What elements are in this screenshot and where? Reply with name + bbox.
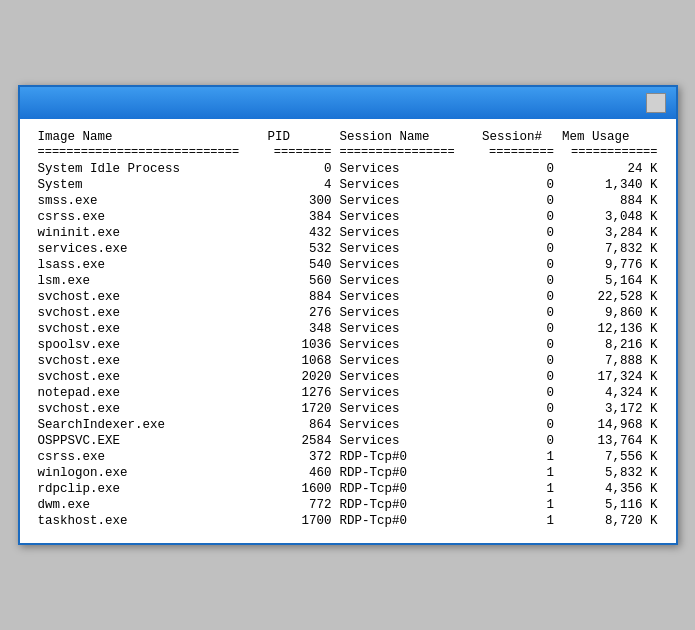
session-num: 0: [478, 321, 558, 337]
session-name: Services: [335, 321, 478, 337]
mem-usage: 5,832 K: [558, 465, 662, 481]
sep-pid: ========: [263, 145, 335, 161]
mem-usage: 9,776 K: [558, 257, 662, 273]
table-row: dwm.exe772RDP-Tcp#015,116 K: [34, 497, 662, 513]
pid: 772: [263, 497, 335, 513]
session-num: 1: [478, 465, 558, 481]
sep-session: ================: [335, 145, 478, 161]
table-row: svchost.exe2020Services017,324 K: [34, 369, 662, 385]
image-name: spoolsv.exe: [34, 337, 264, 353]
session-name: Services: [335, 289, 478, 305]
session-name: Services: [335, 225, 478, 241]
process-table: Image Name PID Session Name Session# Mem…: [34, 129, 662, 529]
session-num: 1: [478, 497, 558, 513]
mem-usage: 7,888 K: [558, 353, 662, 369]
mem-usage: 13,764 K: [558, 433, 662, 449]
session-name: Services: [335, 305, 478, 321]
image-name: OSPPSVC.EXE: [34, 433, 264, 449]
session-name: Services: [335, 193, 478, 209]
pid: 276: [263, 305, 335, 321]
col-header-mem: Mem Usage: [558, 129, 662, 145]
session-num: 0: [478, 353, 558, 369]
mem-usage: 9,860 K: [558, 305, 662, 321]
close-button[interactable]: [646, 93, 666, 113]
pid: 0: [263, 161, 335, 177]
table-row: svchost.exe276Services09,860 K: [34, 305, 662, 321]
mem-usage: 884 K: [558, 193, 662, 209]
pid: 1276: [263, 385, 335, 401]
mem-usage: 7,832 K: [558, 241, 662, 257]
table-row: System4Services01,340 K: [34, 177, 662, 193]
image-name: svchost.exe: [34, 289, 264, 305]
table-row: notepad.exe1276Services04,324 K: [34, 385, 662, 401]
session-name: Services: [335, 385, 478, 401]
image-name: rdpclip.exe: [34, 481, 264, 497]
table-row: svchost.exe348Services012,136 K: [34, 321, 662, 337]
mem-usage: 5,164 K: [558, 273, 662, 289]
table-header-row: Image Name PID Session Name Session# Mem…: [34, 129, 662, 145]
session-name: Services: [335, 337, 478, 353]
pid: 460: [263, 465, 335, 481]
session-num: 0: [478, 177, 558, 193]
table-row: csrss.exe372RDP-Tcp#017,556 K: [34, 449, 662, 465]
image-name: svchost.exe: [34, 353, 264, 369]
session-name: Services: [335, 369, 478, 385]
session-num: 0: [478, 337, 558, 353]
session-name: Services: [335, 273, 478, 289]
sep-sesnum: =========: [478, 145, 558, 161]
session-num: 0: [478, 273, 558, 289]
mem-usage: 17,324 K: [558, 369, 662, 385]
mem-usage: 4,324 K: [558, 385, 662, 401]
table-separator-row: ============================ ======== ==…: [34, 145, 662, 161]
pid: 540: [263, 257, 335, 273]
session-num: 1: [478, 513, 558, 529]
image-name: csrss.exe: [34, 449, 264, 465]
table-row: winlogon.exe460RDP-Tcp#015,832 K: [34, 465, 662, 481]
image-name: System Idle Process: [34, 161, 264, 177]
mem-usage: 22,528 K: [558, 289, 662, 305]
mem-usage: 3,172 K: [558, 401, 662, 417]
session-num: 0: [478, 209, 558, 225]
table-row: rdpclip.exe1600RDP-Tcp#014,356 K: [34, 481, 662, 497]
mem-usage: 5,116 K: [558, 497, 662, 513]
session-num: 0: [478, 433, 558, 449]
session-name: RDP-Tcp#0: [335, 497, 478, 513]
session-num: 0: [478, 305, 558, 321]
table-row: csrss.exe384Services03,048 K: [34, 209, 662, 225]
table-row: OSPPSVC.EXE2584Services013,764 K: [34, 433, 662, 449]
pid: 384: [263, 209, 335, 225]
image-name: svchost.exe: [34, 401, 264, 417]
image-name: System: [34, 177, 264, 193]
table-row: svchost.exe1720Services03,172 K: [34, 401, 662, 417]
table-row: svchost.exe1068Services07,888 K: [34, 353, 662, 369]
session-num: 0: [478, 257, 558, 273]
pid: 300: [263, 193, 335, 209]
col-header-session: Session Name: [335, 129, 478, 145]
table-row: services.exe532Services07,832 K: [34, 241, 662, 257]
table-row: System Idle Process0Services024 K: [34, 161, 662, 177]
table-row: wininit.exe432Services03,284 K: [34, 225, 662, 241]
mem-usage: 12,136 K: [558, 321, 662, 337]
mem-usage: 8,216 K: [558, 337, 662, 353]
sep-image: ============================: [34, 145, 264, 161]
image-name: svchost.exe: [34, 321, 264, 337]
session-name: RDP-Tcp#0: [335, 465, 478, 481]
session-num: 0: [478, 385, 558, 401]
pid: 1068: [263, 353, 335, 369]
session-num: 1: [478, 449, 558, 465]
pid: 560: [263, 273, 335, 289]
session-name: Services: [335, 257, 478, 273]
pid: 372: [263, 449, 335, 465]
mem-usage: 7,556 K: [558, 449, 662, 465]
session-name: Services: [335, 209, 478, 225]
log-content: Image Name PID Session Name Session# Mem…: [20, 119, 676, 543]
session-num: 0: [478, 193, 558, 209]
mem-usage: 1,340 K: [558, 177, 662, 193]
table-row: lsm.exe560Services05,164 K: [34, 273, 662, 289]
pid: 348: [263, 321, 335, 337]
image-name: svchost.exe: [34, 305, 264, 321]
image-name: taskhost.exe: [34, 513, 264, 529]
image-name: dwm.exe: [34, 497, 264, 513]
pid: 1600: [263, 481, 335, 497]
session-num: 0: [478, 401, 558, 417]
